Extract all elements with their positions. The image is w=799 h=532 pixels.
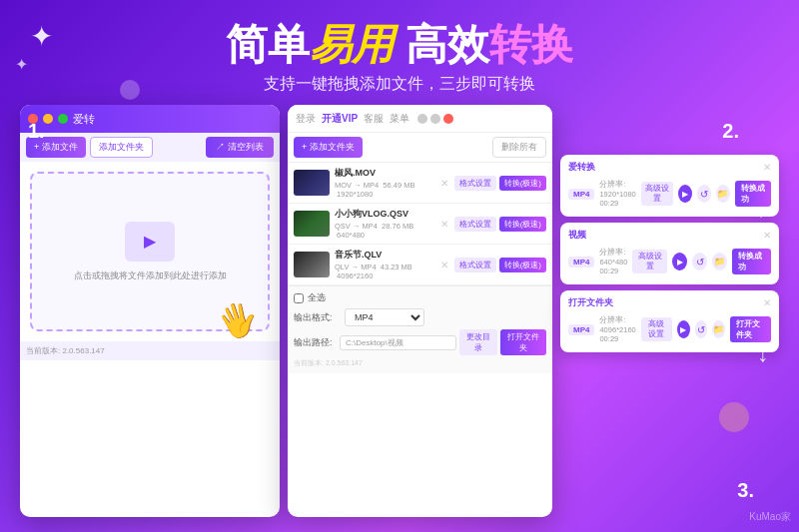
result-format-1: MP4 <box>568 189 594 200</box>
file-info-1: 椒风.MOV MOV → MP4 56.49 MB 1920*1080 <box>335 167 437 199</box>
result-close-2-btn[interactable]: ✕ <box>763 230 771 241</box>
title-part1: 简单 <box>226 21 310 68</box>
result-format-3: MP4 <box>568 324 594 335</box>
result-item-2: MP4 分辨率: 640*480 00:29 高级设置 ▶ ↺ 📁 转换成功 <box>568 245 771 278</box>
file-name-2: 小小狗VLOG.QSV <box>335 208 437 221</box>
title-highlight2: 转换 <box>489 21 573 68</box>
file-actions-2: ✕ 格式设置 转换(极速) <box>437 217 546 232</box>
browse-btn[interactable]: 更改目录 <box>459 329 497 355</box>
convert-file-3-btn[interactable]: 转换(极速) <box>499 258 546 272</box>
output-row: 输出路径: 更改目录 打开文件夹 <box>294 329 546 355</box>
result-settings-3-btn[interactable]: 高级设置 <box>641 317 672 341</box>
version-text-middle: 当前版本: 2.0.563.147 <box>294 358 546 368</box>
title-highlight1: 易用 <box>310 21 394 68</box>
middle-panel-toolbar: + 添加文件夹 删除所有 <box>288 133 552 163</box>
format-row: 输出格式: MP4 <box>294 308 546 326</box>
step3-label: 3. <box>737 479 754 502</box>
result-section-title-3: 打开文件夹 <box>568 296 613 309</box>
result-refresh-2-btn[interactable]: ↺ <box>692 253 707 270</box>
watermark: KuMao家 <box>749 510 791 524</box>
delete-all-btn[interactable]: 删除所有 <box>492 137 546 158</box>
format-label: 输出格式: <box>294 311 339 324</box>
customer-link[interactable]: 客服 <box>364 112 384 126</box>
result-card-3-header: 打开文件夹 ✕ <box>568 296 771 309</box>
add-folder-button[interactable]: 添加文件夹 <box>90 137 153 158</box>
drag-drop-area[interactable]: 点击或拖拽将文件添加到此处进行添加 🖐️ <box>30 172 270 331</box>
result-close-1-btn[interactable]: ✕ <box>763 162 771 173</box>
max-btn-left[interactable] <box>58 114 68 124</box>
file-icon <box>125 222 175 262</box>
left-panel-title: 爱转 <box>73 112 272 127</box>
file-name-1: 椒风.MOV <box>335 167 437 180</box>
result-item-3: MP4 分辨率: 4096*2160 00:29 高级设置 ▶ ↺ 📁 打开文件… <box>568 312 771 346</box>
file-info-3: 音乐节.QLV QLV → MP4 43.23 MB 4096*2160 <box>335 249 437 280</box>
result-play-3-btn[interactable]: ▶ <box>677 320 690 338</box>
format-settings-1-btn[interactable]: 格式设置 <box>454 176 496 191</box>
step1-label: 1. <box>28 120 45 143</box>
main-title: 简单易用 高效转换 <box>226 22 573 68</box>
left-panel-toolbar: + 添加文件 添加文件夹 ↗ 清空列表 <box>20 133 280 162</box>
vip-link[interactable]: 开通VIP <box>322 112 358 126</box>
select-all-checkbox[interactable] <box>294 293 304 303</box>
file-thumb-2 <box>294 211 330 237</box>
left-panel-footer: 当前版本: 2.0.563.147 <box>20 341 280 360</box>
result-meta-1: 分辨率: 1920*1080 00:29 <box>599 180 635 208</box>
result-card-2: 视频 ✕ MP4 分辨率: 640*480 00:29 高级设置 ▶ ↺ 📁 转… <box>560 223 779 284</box>
result-card-2-header: 视频 ✕ <box>568 229 771 242</box>
file-actions-3: ✕ 格式设置 转换(极速) <box>437 258 546 272</box>
hand-cursor-icon: 🖐️ <box>213 295 264 344</box>
file-thumb-1 <box>294 170 330 196</box>
result-section-title-1: 爱转换 <box>568 161 595 174</box>
middle-panel-titlebar: 登录 开通VIP 客服 菜单 <box>288 105 552 133</box>
convert-file-1-btn[interactable]: 转换(极速) <box>499 176 546 191</box>
win-max-btn[interactable] <box>430 114 440 124</box>
result-close-3-btn[interactable]: ✕ <box>763 297 771 308</box>
file-item-3: 音乐节.QLV QLV → MP4 43.23 MB 4096*2160 ✕ 格… <box>288 245 552 285</box>
add-file-btn-middle[interactable]: + 添加文件夹 <box>294 137 363 158</box>
result-status-2: 转换成功 <box>732 249 771 274</box>
title-part2: 高效 <box>405 21 489 68</box>
title-area: 简单易用 高效转换 支持一键拖拽添加文件，三步即可转换 <box>0 0 799 95</box>
convert-file-2-btn[interactable]: 转换(极速) <box>499 217 546 232</box>
result-settings-2-btn[interactable]: 高级设置 <box>632 250 667 273</box>
result-refresh-3-btn[interactable]: ↺ <box>695 320 708 338</box>
window-buttons <box>417 114 453 124</box>
delete-file-1-btn[interactable]: ✕ <box>437 178 451 189</box>
result-folder-2-btn[interactable]: 📁 <box>712 253 727 270</box>
result-card-3: 打开文件夹 ✕ MP4 分辨率: 4096*2160 00:29 高级设置 ▶ … <box>560 290 779 352</box>
format-settings-3-btn[interactable]: 格式设置 <box>454 258 496 272</box>
file-info-2: 小小狗VLOG.QSV QSV → MP4 28.76 MB 640*480 <box>335 208 437 240</box>
file-meta-1: MOV → MP4 56.49 MB 1920*1080 <box>335 181 437 199</box>
file-list: 椒风.MOV MOV → MP4 56.49 MB 1920*1080 ✕ 格式… <box>288 163 552 285</box>
version-text-left: 当前版本: 2.0.563.147 <box>26 345 105 356</box>
result-play-1-btn[interactable]: ▶ <box>678 185 692 203</box>
output-path-input[interactable] <box>340 335 456 350</box>
file-actions-1: ✕ 格式设置 转换(极速) <box>437 176 546 191</box>
clear-list-button[interactable]: ↗ 清空列表 <box>206 137 274 158</box>
middle-panel-footer: 全选 输出格式: MP4 输出路径: 更改目录 打开文件夹 当前版本: 2.0.… <box>288 285 552 373</box>
result-status-3: 打开文件夹 <box>730 316 771 342</box>
menu-link[interactable]: 菜单 <box>390 112 409 126</box>
file-meta-2: QSV → MP4 28.76 MB 640*480 <box>335 222 437 240</box>
format-select[interactable]: MP4 <box>345 308 424 326</box>
delete-file-2-btn[interactable]: ✕ <box>437 219 451 230</box>
result-format-2: MP4 <box>568 257 594 267</box>
result-section-title-2: 视频 <box>568 229 586 242</box>
format-settings-2-btn[interactable]: 格式设置 <box>454 217 496 232</box>
result-folder-1-btn[interactable]: 📁 <box>716 185 730 203</box>
win-close-btn[interactable] <box>443 114 453 124</box>
select-all-row: 全选 <box>294 291 546 304</box>
left-panel: 爱转 + 添加文件 添加文件夹 ↗ 清空列表 点击或拖拽将文件添加到此处进行添加… <box>20 105 280 517</box>
result-refresh-1-btn[interactable]: ↺ <box>697 185 711 203</box>
result-play-2-btn[interactable]: ▶ <box>672 253 687 270</box>
file-thumb-3 <box>294 252 330 277</box>
result-settings-1-btn[interactable]: 高级设置 <box>641 182 673 206</box>
login-link[interactable]: 登录 <box>296 112 316 126</box>
delete-file-3-btn[interactable]: ✕ <box>437 260 451 270</box>
file-name-3: 音乐节.QLV <box>335 249 437 262</box>
open-folder-btn[interactable]: 打开文件夹 <box>500 329 546 355</box>
result-card-1: 爱转换 ✕ MP4 分辨率: 1920*1080 00:29 高级设置 ▶ ↺ … <box>560 155 779 217</box>
win-min-btn[interactable] <box>417 114 427 124</box>
result-folder-3-btn[interactable]: 📁 <box>712 320 725 338</box>
content-area: 爱转 + 添加文件 添加文件夹 ↗ 清空列表 点击或拖拽将文件添加到此处进行添加… <box>20 105 779 517</box>
